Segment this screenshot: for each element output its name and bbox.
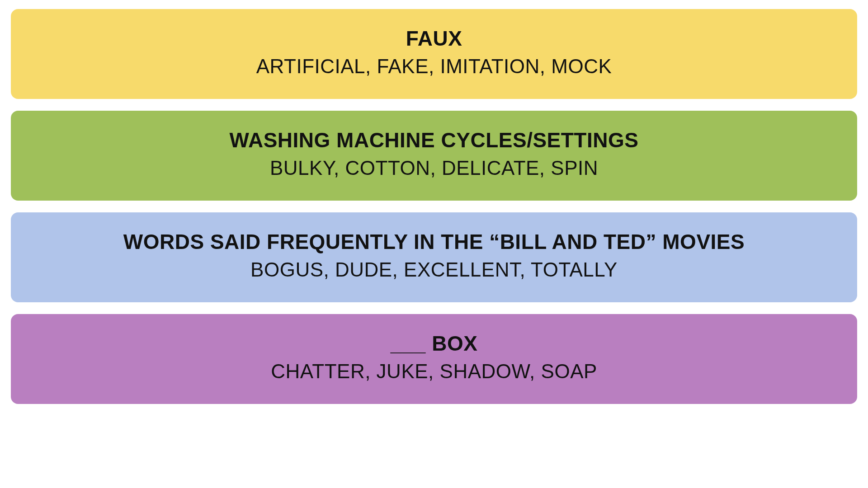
group-card-purple: ___ BOX CHATTER, JUKE, SHADOW, SOAP	[11, 314, 857, 404]
group-words: BULKY, COTTON, DELICATE, SPIN	[24, 157, 844, 179]
group-title: FAUX	[24, 27, 844, 50]
group-card-green: WASHING MACHINE CYCLES/SETTINGS BULKY, C…	[11, 111, 857, 201]
group-words: BOGUS, DUDE, EXCELLENT, TOTALLY	[24, 259, 844, 281]
group-title: ___ BOX	[24, 332, 844, 355]
group-card-blue: WORDS SAID FREQUENTLY IN THE “BILL AND T…	[11, 212, 857, 302]
group-title: WASHING MACHINE CYCLES/SETTINGS	[24, 129, 844, 152]
answers-board: FAUX ARTIFICIAL, FAKE, IMITATION, MOCK W…	[0, 0, 868, 413]
group-title: WORDS SAID FREQUENTLY IN THE “BILL AND T…	[24, 230, 844, 253]
group-words: CHATTER, JUKE, SHADOW, SOAP	[24, 361, 844, 382]
group-words: ARTIFICIAL, FAKE, IMITATION, MOCK	[24, 56, 844, 77]
group-card-yellow: FAUX ARTIFICIAL, FAKE, IMITATION, MOCK	[11, 9, 857, 99]
